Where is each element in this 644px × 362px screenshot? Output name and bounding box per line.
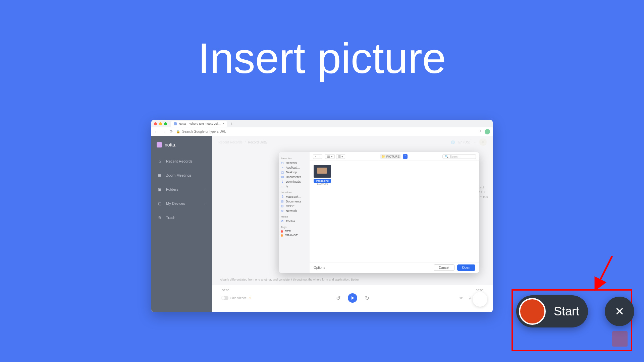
extensions-icon[interactable]: ⋮: [479, 130, 482, 133]
loc-macbook[interactable]: ♁MacBook…: [281, 194, 308, 199]
picker-nav[interactable]: ‹›: [313, 154, 322, 159]
profile-avatar[interactable]: [485, 129, 490, 134]
brand-logo[interactable]: notta.: [151, 140, 212, 154]
folder-menu-button[interactable]: ⌃: [403, 154, 408, 159]
fav-desktop[interactable]: ▢Desktop: [281, 170, 308, 175]
time-total: 00:00: [476, 289, 483, 292]
network-icon: ⊕: [281, 209, 284, 213]
file-dimensions: 1,920×900: [314, 183, 331, 185]
nav-back-button[interactable]: ←: [154, 130, 159, 134]
reload-button[interactable]: ⟳: [169, 129, 173, 134]
nav-forward-button[interactable]: →: [161, 130, 166, 134]
fav-applications[interactable]: ⌁Applicati…: [281, 165, 308, 170]
maximize-window-icon[interactable]: [164, 122, 167, 125]
record-icon[interactable]: [519, 298, 546, 325]
loc-documents[interactable]: ⊟Documents: [281, 199, 308, 204]
folder-icon: ▣: [157, 187, 162, 192]
folder-breadcrumb[interactable]: 📁PICTURE: [380, 154, 401, 159]
sidebar-item-devices[interactable]: ▢My Devices⌄: [151, 196, 212, 210]
sidebar-item-recent[interactable]: ⌂Recent Records: [151, 154, 212, 168]
tag-red[interactable]: RED: [281, 229, 308, 233]
start-label: Start: [554, 304, 585, 318]
tab-title: Notta – Where text meets voi…: [179, 122, 221, 125]
brand-text: notta.: [165, 142, 176, 147]
view-groups-button[interactable]: ☰ ▾: [336, 154, 345, 159]
home-icon: ⌂: [157, 159, 162, 164]
nav-forward-icon[interactable]: ›: [318, 155, 322, 159]
photos-icon: ✿: [281, 220, 284, 223]
floating-action-button[interactable]: [473, 292, 487, 307]
sidebar-item-trash[interactable]: 🗑Trash: [151, 210, 212, 225]
toggle-icon[interactable]: [221, 296, 228, 300]
window-controls[interactable]: [154, 122, 167, 125]
fav-recents[interactable]: ◷Recents: [281, 161, 308, 165]
tag-dot-icon: [281, 234, 283, 237]
fav-ly[interactable]: ⌂ly: [281, 184, 308, 189]
open-button[interactable]: Open: [457, 264, 475, 271]
search-icon: 🔍: [445, 155, 448, 158]
trash-icon: 🗑: [157, 215, 162, 220]
media-photos[interactable]: ✿Photos: [281, 219, 308, 224]
sidebar-item-zoom[interactable]: ▦Zoom Meetings: [151, 168, 212, 182]
time-elapsed: 00:00: [222, 289, 229, 292]
content-area: Recent Records / Record Detail 🌐 En (US)…: [212, 136, 493, 312]
cancel-button[interactable]: Cancel: [434, 264, 454, 271]
new-tab-button[interactable]: +: [227, 121, 235, 126]
apps-icon: ⌁: [281, 166, 284, 169]
calendar-icon: ▦: [157, 173, 162, 178]
disk-icon: ⊟: [281, 204, 284, 208]
warning-icon: ⚠: [249, 296, 251, 300]
folder-icon: 📁: [381, 155, 385, 158]
url-input[interactable]: 🔒 Search Google or type a URL: [176, 130, 476, 133]
marker-icon[interactable]: ⚲: [469, 296, 471, 300]
app-window: Notta – Where text meets voi… × + ← → ⟳ …: [151, 120, 493, 312]
sidebar: notta. ⌂Recent Records ▦Zoom Meetings ▣F…: [151, 136, 212, 312]
browser-tabstrip: Notta – Where text meets voi… × +: [151, 120, 493, 127]
tag-dot-icon: [281, 230, 283, 233]
options-button[interactable]: Options: [314, 266, 325, 269]
device-icon: ▢: [157, 201, 162, 206]
documents-icon: ▤: [281, 175, 284, 179]
sidebar-item-folders[interactable]: ▣Folders⌄: [151, 182, 212, 196]
sidebar-section-media: Media: [281, 215, 308, 218]
chevron-down-icon: ⌄: [204, 202, 206, 205]
loc-network[interactable]: ⊕Network: [281, 208, 308, 213]
sidebar-section-tags: Tags: [281, 226, 308, 229]
recorder-close-button[interactable]: ✕: [605, 297, 634, 326]
recorder-tray-icon[interactable]: [609, 328, 631, 350]
picker-search-input[interactable]: 🔍Search: [442, 154, 476, 159]
file-item[interactable]: image.png 1,920×900: [314, 165, 331, 185]
audio-player: 00:00 00:00 Skip silence ⚠ ↺ ↻ 1x ⚲ ▦: [212, 285, 493, 312]
annotation-arrow: [594, 255, 615, 288]
fav-documents[interactable]: ▤Documents: [281, 175, 308, 179]
tag-orange[interactable]: ORANGE: [281, 233, 308, 237]
loc-code[interactable]: ⊟CODE: [281, 204, 308, 208]
page-title: Insert picture: [0, 34, 644, 83]
nav-back-icon[interactable]: ‹: [313, 155, 318, 159]
transcript-snippet: clearly differentiated from one another,…: [220, 278, 436, 282]
view-icons-button[interactable]: ▦ ▾: [325, 154, 335, 159]
skip-silence-toggle[interactable]: Skip silence ⚠: [221, 296, 251, 300]
file-thumbnail: [314, 165, 331, 178]
highlight-box: ✕ Start: [512, 289, 632, 351]
close-icon: ✕: [615, 305, 624, 318]
play-button[interactable]: [348, 293, 357, 303]
sidebar-section-favorites: Favorites: [281, 157, 308, 160]
rewind-button[interactable]: ↺: [335, 295, 341, 301]
browser-tab[interactable]: Notta – Where text meets voi… ×: [171, 121, 227, 127]
close-window-icon[interactable]: [154, 122, 157, 125]
browser-urlbar: ← → ⟳ 🔒 Search Google or type a URL ⋮: [151, 127, 493, 136]
tab-close-icon[interactable]: ×: [223, 122, 224, 125]
playback-rate[interactable]: 1x: [459, 296, 463, 300]
disk-icon: ⊟: [281, 200, 284, 203]
minimize-window-icon[interactable]: [159, 122, 162, 125]
picker-file-area[interactable]: image.png 1,920×900: [310, 161, 479, 262]
clock-icon: ◷: [281, 161, 284, 165]
forward-button[interactable]: ↻: [364, 295, 370, 301]
favicon-icon: [174, 122, 177, 125]
desktop-icon: ▢: [281, 171, 284, 174]
fav-downloads[interactable]: ⤓Downloads: [281, 179, 308, 184]
sidebar-section-locations: Locations: [281, 191, 308, 194]
recorder-widget[interactable]: Start: [516, 295, 588, 327]
lock-icon: 🔒: [176, 130, 180, 133]
